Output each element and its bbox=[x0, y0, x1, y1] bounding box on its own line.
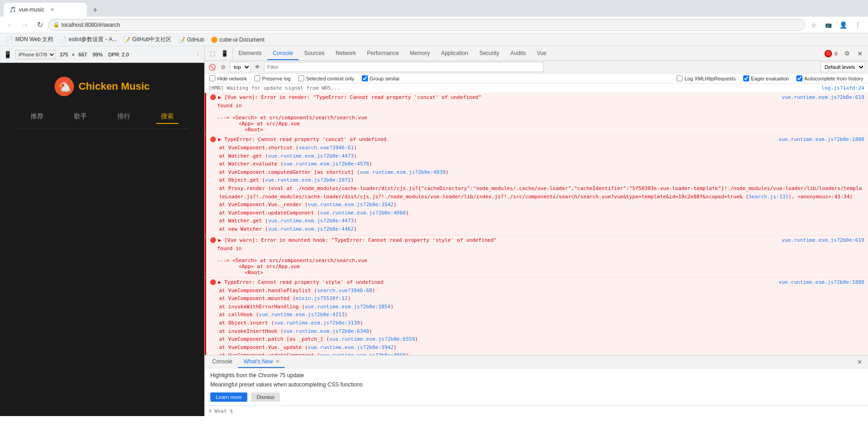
devtools-tabs: Elements Console Sources Network Perform… bbox=[233, 47, 823, 60]
console-input[interactable] bbox=[214, 408, 864, 414]
tab-application[interactable]: Application bbox=[435, 47, 474, 60]
bottom-tab-console[interactable]: Console bbox=[207, 356, 238, 368]
selected-context-option[interactable]: Selected context only bbox=[298, 75, 355, 81]
eager-eval-checkbox[interactable] bbox=[743, 75, 749, 81]
context-select[interactable]: top bbox=[230, 62, 251, 72]
hide-network-checkbox[interactable] bbox=[209, 75, 215, 81]
tab-audits[interactable]: Audits bbox=[505, 47, 531, 60]
new-tab-button[interactable]: + bbox=[89, 4, 102, 17]
error-icon-3: 🔴 bbox=[210, 237, 216, 243]
group-similar-checkbox[interactable] bbox=[362, 75, 368, 81]
cubeui-label: cube-ui Document bbox=[220, 37, 264, 43]
device-toolbar-icon[interactable]: 📱 bbox=[219, 48, 231, 60]
group-similar-option[interactable]: Group similar bbox=[362, 75, 400, 81]
cast-button[interactable]: 📺 bbox=[822, 18, 835, 31]
main-layout: 📱 iPhone 6/7/8 375 × 667 99% DPR: 2.0 ⋮ … bbox=[0, 46, 868, 416]
stack-link[interactable]: vue.runtime.esm.js?2b0e:4473 bbox=[268, 153, 354, 159]
close-devtools-icon[interactable]: ✕ bbox=[854, 48, 866, 60]
error-link-4[interactable]: vue.runtime.esm.js?2b0e:1888 bbox=[779, 279, 864, 285]
browser-tab[interactable]: 🎵 vue-music × bbox=[4, 3, 87, 17]
forward-button[interactable]: → bbox=[18, 18, 31, 31]
device-toggle[interactable]: 📱 bbox=[4, 51, 12, 58]
nav-recommend[interactable]: 推荐 bbox=[26, 110, 48, 124]
star-button[interactable]: ☆ bbox=[807, 18, 820, 31]
stack-link[interactable]: vue.runtime.esm.js?2b0e:1854 bbox=[305, 304, 390, 310]
log-xmlhttp-option[interactable]: Log XMLHttpRequests bbox=[677, 75, 736, 81]
hide-network-option[interactable]: Hide network bbox=[209, 75, 247, 81]
log-xmlhttp-checkbox[interactable] bbox=[677, 75, 683, 81]
stack-link[interactable]: vue.runtime.esm.js?2b0e:4578 bbox=[283, 161, 369, 167]
more-options[interactable]: ⋮ bbox=[196, 51, 201, 57]
tab-sources[interactable]: Sources bbox=[299, 47, 330, 60]
tab-close-button[interactable]: × bbox=[51, 6, 54, 13]
tab-network[interactable]: Network bbox=[330, 47, 361, 60]
hmr-text: [HMR] Waiting for update signal from WDS… bbox=[208, 85, 821, 91]
devtools-tabbar: ⬚ 📱 Elements Console Sources Network Per… bbox=[205, 46, 868, 61]
device-select[interactable]: iPhone 6/7/8 bbox=[15, 50, 56, 59]
preserve-log-option[interactable]: Preserve log bbox=[254, 75, 291, 81]
tab-console[interactable]: Console bbox=[267, 47, 299, 60]
dismiss-button[interactable]: Dismiss bbox=[251, 392, 280, 402]
stack-link[interactable]: vue.runtime.esm.js?2b0e:2072 bbox=[265, 177, 350, 183]
console-filter-input[interactable] bbox=[264, 62, 544, 72]
eager-eval-option[interactable]: Eager evaluation bbox=[743, 75, 789, 81]
console-toolbar-row1: 🚫 ⊘ top 👁 Default levels bbox=[205, 61, 868, 74]
inspect-element-icon[interactable]: ⬚ bbox=[207, 48, 219, 60]
back-button[interactable]: ← bbox=[4, 18, 17, 31]
reload-button[interactable]: ↻ bbox=[33, 18, 46, 31]
bookmark-cubeui[interactable]: 🟠 cube-ui Document bbox=[208, 36, 267, 44]
error-entry-2: 🔴 ▶ TypeError: Cannot read property 'con… bbox=[205, 135, 868, 236]
bookmark-mdn[interactable]: 📄 MDN Web 文档 bbox=[4, 35, 56, 44]
autocomplete-option[interactable]: Autocomplete from history bbox=[796, 75, 863, 81]
nav-search[interactable]: 搜索 bbox=[156, 110, 178, 124]
hmr-link[interactable]: log.js?1afd:24 bbox=[821, 85, 864, 91]
autocomplete-checkbox[interactable] bbox=[796, 75, 802, 81]
music-app-title: Chicken Music bbox=[79, 80, 150, 92]
console-clear-icon[interactable]: 🚫 bbox=[208, 62, 217, 72]
levels-select[interactable]: Default levels bbox=[820, 62, 865, 72]
stack-link[interactable]: mixin.js?5510f:12 bbox=[296, 295, 348, 301]
tab-memory[interactable]: Memory bbox=[404, 47, 435, 60]
tab-elements[interactable]: Elements bbox=[233, 47, 267, 60]
stack-link[interactable]: vue.runtime.esm.js?2b0e:4830 bbox=[360, 169, 446, 175]
bookmark-github-cn[interactable]: 📝 GitHub中文社区 bbox=[121, 35, 174, 44]
stack-link[interactable]: search.vue?3946:68 bbox=[317, 288, 372, 294]
error-text-4: ▶ TypeError: Cannot read property 'style… bbox=[218, 279, 775, 285]
stack-link[interactable]: vue.runtime.esm.js?2b0e:4462 bbox=[268, 226, 354, 232]
eye-icon[interactable]: 👁 bbox=[253, 62, 262, 72]
stack-link[interactable]: vue.runtime.esm.js?2b0e:4060 bbox=[320, 210, 406, 216]
preserve-log-checkbox[interactable] bbox=[254, 75, 260, 81]
whatsnew-close-button[interactable]: × bbox=[276, 358, 280, 365]
stack-link[interactable]: vue.runtime.esm.js?2b0e:6340 bbox=[283, 328, 369, 334]
address-bar[interactable]: 🔒 localhost:8080/#/search bbox=[48, 19, 805, 31]
bottom-panel-close[interactable]: ✕ bbox=[853, 356, 866, 368]
stack-link[interactable]: vue.runtime.esm.js?2b0e:4213 bbox=[259, 312, 344, 318]
bookmark-github[interactable]: 📝 GitHub bbox=[176, 36, 207, 44]
settings-icon[interactable]: ⚙ bbox=[841, 48, 853, 60]
selected-context-checkbox[interactable] bbox=[298, 75, 304, 81]
stack-link[interactable]: vue.runtime.esm.js?2b0e:6559 bbox=[329, 336, 415, 342]
stack-link[interactable]: vue.runtime.esm.js?2b0e:3542 bbox=[308, 202, 393, 208]
stack-link[interactable]: search.vue?3946:61 bbox=[299, 145, 354, 151]
console-output[interactable]: [HMR] Waiting for update signal from WDS… bbox=[205, 84, 868, 355]
stack-link[interactable]: Search.js:131 bbox=[749, 194, 789, 200]
nav-ranking[interactable]: 排行 bbox=[113, 110, 135, 124]
console-filter-icon[interactable]: ⊘ bbox=[219, 62, 228, 72]
learn-more-button[interactable]: Learn more bbox=[210, 392, 247, 402]
tab-performance[interactable]: Performance bbox=[361, 47, 404, 60]
tab-security[interactable]: Security bbox=[474, 47, 505, 60]
error-icon-2: 🔴 bbox=[210, 136, 216, 142]
bottom-tab-whatsnew[interactable]: What's New × bbox=[238, 355, 285, 368]
stack-link[interactable]: vue.runtime.esm.js?2b0e:3942 bbox=[308, 344, 393, 350]
bookmark-eslint[interactable]: 📄 eslint参数设置 - A... bbox=[57, 35, 120, 44]
error-link-1[interactable]: vue.runtime.esm.js?2b0e:619 bbox=[782, 94, 864, 100]
menu-button[interactable]: ⋮ bbox=[851, 18, 864, 31]
error-link-3[interactable]: vue.runtime.esm.js?2b0e:619 bbox=[782, 237, 864, 243]
device-toolbar: 📱 iPhone 6/7/8 375 × 667 99% DPR: 2.0 ⋮ bbox=[0, 46, 204, 63]
stack-link[interactable]: vue.runtime.esm.js?2b0e:3139 bbox=[274, 320, 360, 326]
nav-singer[interactable]: 歌手 bbox=[69, 110, 92, 124]
profile-button[interactable]: 👤 bbox=[837, 18, 850, 31]
stack-link[interactable]: vue.runtime.esm.js?2b0e:4473 bbox=[268, 218, 354, 224]
error-link-2[interactable]: vue.runtime.esm.js?2b0e:1888 bbox=[779, 136, 864, 142]
tab-vue[interactable]: Vue bbox=[532, 47, 552, 60]
